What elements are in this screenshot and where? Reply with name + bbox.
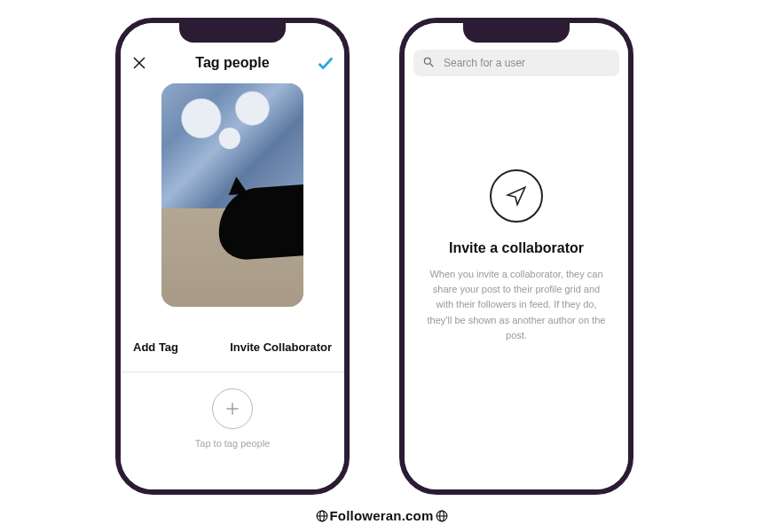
header: Tag people bbox=[121, 44, 344, 76]
svg-marker-6 bbox=[507, 188, 525, 206]
invite-collaborator-empty-state: Invite a collaborator When you invite a … bbox=[405, 76, 628, 489]
search-icon bbox=[422, 56, 442, 71]
paper-plane-icon bbox=[490, 169, 543, 223]
tag-actions-row: Add Tag Invite Collaborator bbox=[121, 312, 344, 372]
svg-point-4 bbox=[424, 58, 430, 64]
close-icon[interactable] bbox=[130, 53, 149, 73]
phone-left: Tag people Add Tag Invite Collaborator bbox=[115, 18, 350, 495]
globe-icon bbox=[316, 510, 328, 525]
add-tag-button[interactable]: Add Tag bbox=[133, 340, 178, 354]
page-title: Tag people bbox=[195, 55, 269, 71]
invite-collaborator-description: When you invite a collaborator, they can… bbox=[426, 267, 607, 342]
phone-notch bbox=[179, 21, 286, 43]
svg-line-5 bbox=[430, 63, 434, 66]
phone-notch bbox=[463, 21, 570, 43]
photo-preview[interactable] bbox=[161, 83, 303, 307]
globe-icon bbox=[436, 510, 448, 525]
photo-preview-wrap bbox=[121, 76, 344, 312]
add-tag-plus-button[interactable] bbox=[212, 388, 253, 429]
tap-to-tag-label: Tap to tag people bbox=[195, 438, 270, 449]
screen-tag-people: Tag people Add Tag Invite Collaborator bbox=[121, 23, 344, 489]
phone-right: Invite a collaborator When you invite a … bbox=[399, 18, 633, 495]
screen-invite-collaborator: Invite a collaborator When you invite a … bbox=[405, 23, 628, 489]
invite-collaborator-button[interactable]: Invite Collaborator bbox=[230, 340, 332, 354]
search-input[interactable] bbox=[442, 56, 610, 70]
invite-collaborator-title: Invite a collaborator bbox=[449, 240, 584, 256]
watermark-text: Followeran.com bbox=[330, 508, 434, 523]
confirm-check-icon[interactable] bbox=[316, 53, 335, 73]
search-bar[interactable] bbox=[413, 50, 619, 76]
tap-to-tag-section: Tap to tag people bbox=[121, 372, 344, 489]
watermark: Followeran.com bbox=[0, 508, 763, 525]
